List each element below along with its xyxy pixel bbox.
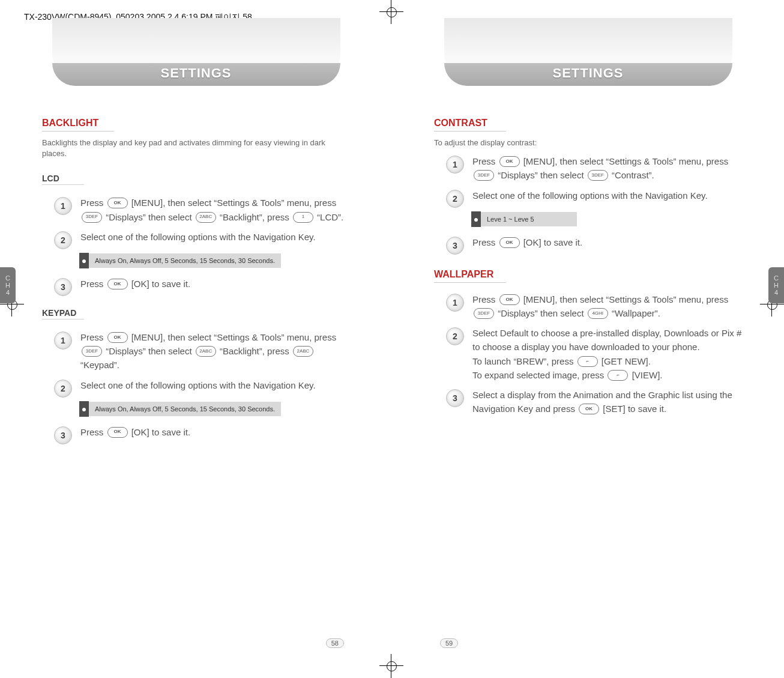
step: 1 Press OK [MENU], then select “Settings… — [54, 196, 350, 224]
chapter-tab: C H 4 — [768, 267, 784, 303]
section-intro: Backlights the display and key pad and a… — [42, 138, 350, 159]
ok-key-icon: OK — [107, 427, 128, 438]
chapter-tab-line: C — [774, 274, 779, 282]
t: Select Default to choose a pre-installed… — [472, 328, 741, 352]
key-3-icon: 3DEF — [474, 170, 494, 181]
t: Press — [472, 237, 498, 247]
page-right: C H 4 SETTINGS CONTRAST To adjust the di… — [392, 0, 784, 678]
step: 1 Press OK [MENU], then select “Settings… — [54, 330, 350, 372]
step-number-icon: 1 — [54, 331, 72, 350]
note-text: Leve 1 ~ Leve 5 — [481, 212, 577, 226]
key-1-icon: 1 — [293, 212, 313, 223]
step-text: Press OK [MENU], then select “Settings &… — [80, 330, 350, 372]
t: [OK] to save it. — [129, 427, 191, 437]
t: “Displays” then select — [103, 212, 194, 222]
step: 2 Select one of the following options wi… — [54, 230, 350, 249]
note-text: Always On, Always Off, 5 Seconds, 15 Sec… — [89, 253, 281, 268]
step-number-icon: 2 — [446, 190, 464, 208]
t: “Backlight”, press — [217, 212, 292, 222]
step-text: Press OK [OK] to save it. — [472, 235, 582, 249]
note-box: ● Always On, Always Off, 5 Seconds, 15 S… — [79, 253, 350, 268]
t: [OK] to save it. — [521, 237, 583, 247]
step-text: Select a display from the Animation and … — [472, 388, 742, 416]
t: Press — [472, 156, 498, 166]
ok-key-icon: OK — [107, 198, 128, 208]
page-title-band: SETTINGS — [52, 18, 340, 86]
step-text: Select one of the following options with… — [472, 189, 708, 202]
note-text: Always On, Always Off, 5 Seconds, 15 Sec… — [89, 402, 281, 416]
section-heading-contrast: CONTRAST — [434, 118, 506, 132]
ok-key-icon: OK — [107, 279, 128, 289]
key-4-icon: 4GHI — [588, 308, 608, 319]
note-box: ● Leve 1 ~ Leve 5 — [471, 211, 742, 227]
t: “Wallpaper”. — [609, 308, 660, 318]
step-number-icon: 3 — [446, 237, 464, 255]
step: 3 Press OK [OK] to save it. — [54, 425, 350, 444]
page-number-value: 59 — [440, 638, 458, 648]
t: [OK] to save it. — [129, 279, 191, 289]
page-number: 59 — [440, 638, 458, 648]
bullet-icon: ● — [79, 253, 89, 268]
chapter-tab-line: H — [774, 282, 779, 289]
section-heading-wallpaper: WALLPAPER — [434, 269, 506, 283]
page-title: SETTINGS — [160, 65, 231, 81]
subsection-heading-keypad: KEYPAD — [42, 308, 84, 319]
step-number-icon: 3 — [446, 389, 464, 407]
step-text: Select Default to choose a pre-installed… — [472, 326, 742, 382]
ok-key-icon: OK — [499, 237, 520, 248]
t: [GET NEW]. — [599, 356, 651, 366]
ok-key-icon: OK — [499, 294, 520, 305]
step-number-icon: 1 — [446, 294, 464, 312]
step: 3 Press OK [OK] to save it. — [54, 277, 350, 296]
step-number-icon: 1 — [54, 197, 72, 215]
step: 2 Select one of the following options wi… — [54, 378, 350, 398]
step-text: Press OK [OK] to save it. — [80, 425, 190, 439]
ok-key-icon: OK — [499, 156, 520, 167]
step-number-icon: 2 — [54, 231, 72, 249]
key-3-icon: 3DEF — [82, 212, 102, 223]
step-text: Press OK [MENU], then select “Settings &… — [472, 154, 742, 183]
step: 3 Press OK [OK] to save it. — [446, 235, 742, 255]
section-intro: To adjust the display contrast: — [434, 138, 742, 148]
section-heading-backlight: BACKLIGHT — [42, 118, 114, 132]
step-text: Select one of the following options with… — [80, 378, 316, 392]
step-number-icon: 2 — [54, 380, 72, 398]
t: Press — [472, 294, 498, 304]
t: “Keypad”. — [80, 360, 119, 370]
t: “Contrast”. — [609, 170, 654, 180]
step-text: Press OK [MENU], then select “Settings &… — [472, 292, 742, 321]
ok-key-icon: OK — [107, 332, 128, 343]
t: [SET] to save it. — [600, 404, 666, 414]
step-text: Press OK [OK] to save it. — [80, 277, 190, 291]
step-number-icon: 3 — [54, 426, 72, 444]
key-2-icon: 2ABC — [196, 346, 216, 357]
t: “Displays” then select — [103, 346, 194, 356]
page-left: C H 4 SETTINGS BACKLIGHT Backlights the … — [0, 0, 392, 678]
page-number: 58 — [326, 638, 344, 648]
softkey-icon: ⌐ — [577, 356, 598, 367]
t: [MENU], then select “Settings & Tools” m… — [129, 332, 337, 342]
softkey-icon: ⌐ — [608, 370, 628, 381]
t: [MENU], then select “Settings & Tools” m… — [521, 156, 729, 166]
step-text: Press OK [MENU], then select “Settings &… — [80, 196, 350, 224]
chapter-tab-line: C — [5, 274, 10, 282]
key-3-icon: 3DEF — [82, 346, 102, 357]
t: Press — [80, 198, 106, 208]
t: Press — [80, 427, 106, 437]
subsection-heading-lcd: LCD — [42, 174, 84, 185]
step: 2 Select Default to choose a pre-install… — [446, 326, 742, 382]
t: “LCD”. — [315, 212, 343, 222]
chapter-tab-line: 4 — [774, 289, 778, 296]
key-3-icon: 3DEF — [474, 308, 494, 319]
t: “Displays” then select — [495, 170, 586, 180]
key-2-icon: 2ABC — [293, 346, 313, 357]
step: 2 Select one of the following options wi… — [446, 189, 742, 208]
page-number-value: 58 — [326, 638, 344, 648]
bullet-icon: ● — [471, 211, 481, 227]
step: 1 Press OK [MENU], then select “Settings… — [446, 154, 742, 183]
t: Press — [80, 279, 106, 289]
chapter-tab-line: 4 — [6, 289, 10, 296]
key-2-icon: 2ABC — [196, 212, 216, 223]
step-number-icon: 1 — [446, 156, 464, 174]
ok-key-icon: OK — [579, 404, 599, 414]
